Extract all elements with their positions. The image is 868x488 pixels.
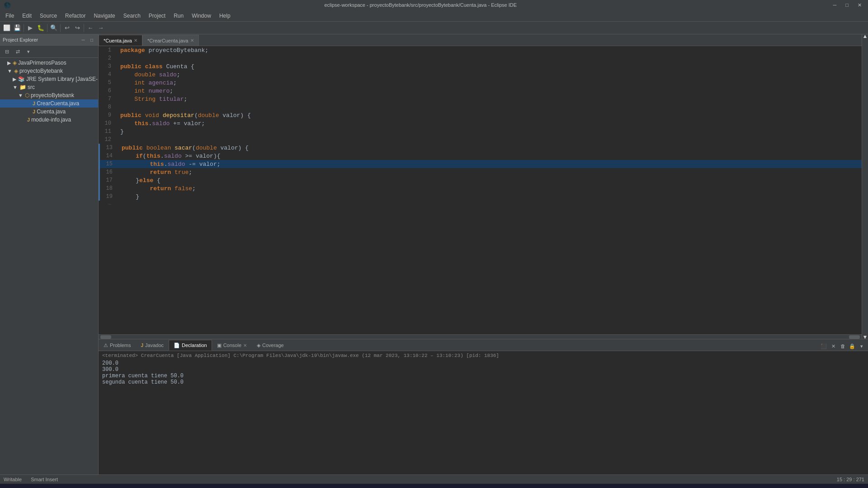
tree-item-crearcuenta[interactable]: J CrearCuenta.java bbox=[0, 99, 98, 108]
minimize-button[interactable]: ─ bbox=[830, 1, 840, 9]
code-line-1: 1 package proyectoBytebank; bbox=[99, 46, 862, 54]
tree-label: module-info.java bbox=[31, 117, 71, 123]
menu-project[interactable]: Project bbox=[145, 11, 169, 20]
code-line-14: 14 if(this.saldo >= valor){ bbox=[99, 152, 862, 160]
files-app[interactable]: 📁 bbox=[134, 485, 150, 488]
tree-item-proyectobytebank[interactable]: ▼ ◈ proyectoBytebank bbox=[0, 67, 98, 75]
tree-item-src[interactable]: ▼ 📁 src bbox=[0, 83, 98, 91]
java-icon: J bbox=[27, 117, 30, 122]
tree-label: proyectoBytebank bbox=[31, 92, 74, 99]
menu-source[interactable]: Source bbox=[36, 11, 61, 20]
tree-item-jre[interactable]: ▶ 📚 JRE System Library [JavaSE-... bbox=[0, 75, 98, 83]
tab-javadoc[interactable]: J Javadoc bbox=[136, 340, 169, 351]
close-console-btn[interactable]: ✕ bbox=[829, 342, 838, 351]
scroll-up-button[interactable]: ▲ bbox=[862, 34, 868, 38]
save-button[interactable]: 💾 bbox=[12, 23, 22, 33]
explorer-menu-button[interactable]: ▾ bbox=[24, 47, 33, 56]
chrome-app2[interactable]: 🌐 bbox=[206, 485, 222, 488]
code-line-2: 2 bbox=[99, 54, 862, 62]
menu-search[interactable]: Search bbox=[120, 11, 144, 20]
link-editor-button[interactable]: ⇄ bbox=[13, 47, 23, 56]
undo-button[interactable]: ↩ bbox=[62, 23, 72, 33]
console-options-button[interactable]: ▾ bbox=[857, 342, 866, 351]
editor-tabs: *Cuenta.java ✕ *CrearCuenta.java ✕ bbox=[99, 34, 862, 46]
library-icon: 📚 bbox=[18, 76, 25, 82]
expand-icon: ▼ bbox=[13, 84, 18, 90]
code-line-6: 6 int numero; bbox=[99, 87, 862, 95]
java-icon: J bbox=[33, 101, 35, 106]
java-icon: J bbox=[33, 109, 35, 114]
status-right: 15 : 29 : 271 bbox=[837, 477, 864, 482]
debug-button[interactable]: 🐛 bbox=[36, 23, 46, 33]
stop-button[interactable]: ⬛ bbox=[819, 342, 828, 351]
code-line-18: 18 return false; bbox=[99, 184, 862, 192]
menu-run[interactable]: Run bbox=[170, 11, 187, 20]
code-line-11: 11 } bbox=[99, 127, 862, 136]
close-console-icon[interactable]: ✕ bbox=[243, 343, 247, 348]
title-text: eclipse-workspace - proyectoBytebank/src… bbox=[11, 2, 830, 8]
clear-console-button[interactable]: 🗑 bbox=[838, 342, 847, 351]
writable-status: Writable bbox=[4, 477, 22, 482]
tab-problems[interactable]: ⚠ Problems bbox=[99, 340, 136, 351]
tree-item-cuenta[interactable]: J Cuenta.java bbox=[0, 108, 98, 116]
editor-wrapper: *Cuenta.java ✕ *CrearCuenta.java ✕ 1 pac… bbox=[99, 34, 868, 339]
menu-refactor[interactable]: Refactor bbox=[61, 11, 89, 20]
tree-label: JavaPrimerosPasos bbox=[18, 60, 66, 66]
eclipse-app[interactable]: 🌑 bbox=[224, 485, 241, 488]
tree-item-moduleinfo[interactable]: J module-info.java bbox=[0, 116, 98, 124]
code-line-4: 4 double saldo; bbox=[99, 70, 862, 79]
taskbar-apps: ⊟ 📁 W X 🌐 🌐 🌑 bbox=[116, 485, 241, 488]
tree-item-javaprimerospaso[interactable]: ▶ ◈ JavaPrimerosPasos bbox=[0, 59, 98, 67]
folder-icon: 📁 bbox=[19, 84, 26, 90]
right-scroll-gutter: ▲ ▼ bbox=[862, 34, 868, 339]
menu-window[interactable]: Window bbox=[188, 11, 215, 20]
scroll-down-button[interactable]: ▼ bbox=[862, 335, 868, 339]
tab-coverage[interactable]: ◈ Coverage bbox=[252, 340, 289, 351]
code-line-10: 10 this.saldo += valor; bbox=[99, 119, 862, 127]
close-button[interactable]: ✕ bbox=[855, 1, 864, 9]
horizontal-scrollbar[interactable] bbox=[99, 334, 862, 339]
menu-navigate[interactable]: Navigate bbox=[90, 11, 118, 20]
code-editor[interactable]: 1 package proyectoBytebank; 2 3 p bbox=[99, 46, 862, 334]
menubar: File Edit Source Refactor Navigate Searc… bbox=[0, 10, 868, 22]
code-line-17: 17 }else { bbox=[99, 176, 862, 184]
maximize-button[interactable]: □ bbox=[843, 1, 851, 9]
search-icon[interactable]: 🔍 bbox=[49, 23, 59, 33]
tab-crearcuenta-java[interactable]: *CrearCuenta.java ✕ bbox=[142, 35, 199, 46]
tab-declaration[interactable]: 📄 Declaration bbox=[169, 340, 212, 351]
menu-edit[interactable]: Edit bbox=[19, 11, 35, 20]
maximize-explorer-button[interactable]: □ bbox=[88, 36, 95, 43]
expand-icon: ▼ bbox=[7, 68, 12, 74]
scroll-lock-button[interactable]: 🔒 bbox=[848, 342, 857, 351]
redo-button[interactable]: ↪ bbox=[72, 23, 82, 33]
word-app[interactable]: W bbox=[152, 485, 168, 488]
code-line-16: 16 return true; bbox=[99, 168, 862, 176]
new-button[interactable]: ⬜ bbox=[2, 23, 12, 33]
menu-help[interactable]: Help bbox=[216, 11, 234, 20]
menu-file[interactable]: File bbox=[2, 11, 18, 20]
taskview-button[interactable]: ⊟ bbox=[116, 485, 132, 488]
minimize-explorer-button[interactable]: ─ bbox=[80, 36, 87, 43]
problems-icon: ⚠ bbox=[104, 343, 108, 348]
run-last-button[interactable]: ▶ bbox=[25, 23, 35, 33]
tree-label: Cuenta.java bbox=[37, 108, 66, 115]
excel-app[interactable]: X bbox=[170, 485, 186, 488]
editor-area: *Cuenta.java ✕ *CrearCuenta.java ✕ 1 pac… bbox=[99, 34, 862, 339]
tab-label: Declaration bbox=[182, 343, 207, 348]
next-edit-button[interactable]: → bbox=[96, 23, 106, 33]
tree-item-package[interactable]: ▼ ⬡ proyectoBytebank bbox=[0, 91, 98, 99]
collapse-all-button[interactable]: ⊟ bbox=[2, 47, 12, 56]
tab-console[interactable]: ▣ Console ✕ bbox=[212, 340, 252, 351]
chrome-app1[interactable]: 🌐 bbox=[188, 485, 204, 488]
prev-edit-button[interactable]: ← bbox=[85, 23, 95, 33]
main-layout: Project Explorer ─ □ ⊟ ⇄ ▾ ▶ ◈ JavaPrime… bbox=[0, 34, 868, 474]
project-explorer-label: Project Explorer bbox=[3, 37, 38, 42]
close-tab-icon[interactable]: ✕ bbox=[190, 38, 194, 43]
start-button[interactable]: ⊞ bbox=[4, 485, 20, 488]
close-tab-icon[interactable]: ✕ bbox=[134, 38, 137, 43]
bottom-panel: ⚠ Problems J Javadoc 📄 Declaration ▣ Con… bbox=[99, 339, 868, 474]
tab-cuenta-java[interactable]: *Cuenta.java ✕ bbox=[99, 35, 142, 46]
bottom-tabs: ⚠ Problems J Javadoc 📄 Declaration ▣ Con… bbox=[99, 339, 868, 351]
coverage-icon: ◈ bbox=[257, 343, 260, 348]
expand-icon: ▶ bbox=[7, 60, 11, 66]
